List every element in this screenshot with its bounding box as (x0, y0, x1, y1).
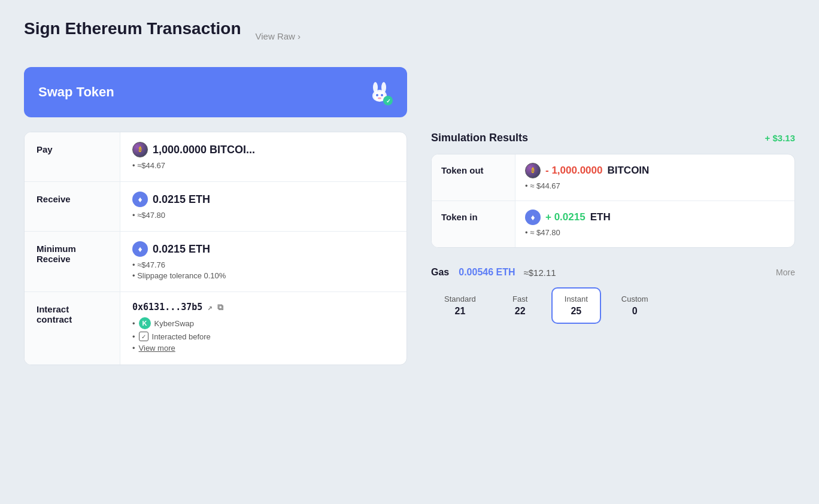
svg-point-1 (373, 82, 378, 93)
interacted-detail: • ✓ Interacted before (132, 332, 395, 341)
token-in-symbol: ETH (590, 211, 611, 223)
external-link-icon[interactable]: ↗ (207, 302, 212, 312)
gas-section: Gas 0.00546 ETH ≈$12.11 More Standard 21… (431, 267, 795, 324)
pay-amount: 1,000.0000 BITCOI... (153, 144, 255, 156)
rabbit-icon: ✓ (366, 79, 393, 105)
page-title: Sign Ethereum Transaction (24, 19, 241, 38)
interact-label: Interactcontract (25, 292, 120, 365)
copy-icon[interactable]: ⧉ (217, 302, 223, 312)
swap-banner: Swap Token ✓ (24, 67, 407, 117)
gas-option-instant[interactable]: Instant 25 (551, 287, 601, 324)
view-raw-link[interactable]: View Raw (256, 31, 301, 41)
gas-options: Standard 21 Fast 22 Instant 25 Custom 0 (431, 287, 795, 324)
min-receive-label: MinimumReceive (25, 232, 120, 292)
pay-approx: • ≈$44.67 (132, 161, 395, 170)
more-link[interactable]: More (776, 268, 795, 277)
simulation-header: Simulation Results + $3.13 (431, 132, 795, 144)
view-more-detail: • View more (132, 344, 395, 353)
token-in-amount: + 0.0215 (545, 211, 586, 223)
standard-label: Standard (444, 294, 476, 303)
bitcoin-token-icon: ₿ (132, 142, 148, 157)
min-receive-value: ♦ 0.0215 ETH • ≈$47.76 • Slippage tolera… (120, 232, 407, 292)
receive-label: Receive (25, 182, 120, 231)
instant-value: 25 (571, 306, 581, 317)
svg-text:✓: ✓ (386, 98, 391, 104)
check-icon: ✓ (139, 332, 148, 341)
gas-eth-amount: 0.00546 ETH (459, 267, 515, 278)
receive-row: Receive ♦ 0.0215 ETH • ≈$47.80 (25, 182, 407, 232)
min-receive-approx: • ≈$47.76 (132, 260, 395, 269)
receive-value: ♦ 0.0215 ETH • ≈$47.80 (120, 182, 407, 231)
transaction-table: Pay ₿ 1,000.0000 BITCOI... • ≈$44.67 Rec… (24, 132, 407, 365)
gas-option-fast[interactable]: Fast 22 (496, 287, 544, 324)
gas-option-standard[interactable]: Standard 21 (431, 287, 489, 324)
simulation-title: Simulation Results (431, 132, 528, 144)
receive-amount: 0.0215 ETH (153, 193, 210, 206)
token-in-value: ♦ + 0.0215 ETH • ≈ $47.80 (515, 201, 794, 247)
token-in-approx: • ≈ $47.80 (525, 228, 785, 237)
min-receive-row: MinimumReceive ♦ 0.0215 ETH • ≈$47.76 • … (25, 232, 407, 292)
contract-address: 0x6131...37b5 ↗ ⧉ (132, 302, 395, 312)
instant-label: Instant (565, 294, 588, 303)
view-more-link[interactable]: View more (139, 344, 175, 353)
eth-avatar-in: ♦ (525, 210, 541, 225)
interact-row: Interactcontract 0x6131...37b5 ↗ ⧉ • K K… (25, 292, 407, 365)
token-out-row: Token out ₿ - 1,000.0000 BITCOIN • ≈ $44… (432, 154, 794, 201)
swap-banner-title: Swap Token (38, 84, 114, 100)
gas-row: Gas 0.00546 ETH ≈$12.11 More (431, 267, 795, 278)
gas-label: Gas (431, 267, 449, 278)
interacted-label: Interacted before (152, 332, 211, 341)
bullet2: • (132, 332, 135, 341)
simulation-table: Token out ₿ - 1,000.0000 BITCOIN • ≈ $44… (431, 154, 795, 248)
custom-label: Custom (621, 294, 648, 303)
token-out-symbol: BITCOIN (607, 165, 649, 177)
token-out-value: ₿ - 1,000.0000 BITCOIN • ≈ $44.67 (515, 154, 794, 201)
custom-value: 0 (632, 306, 638, 317)
token-out-amount: - 1,000.0000 (545, 165, 602, 177)
interact-value: 0x6131...37b5 ↗ ⧉ • K KyberSwap • ✓ Inte… (120, 292, 407, 365)
gas-option-custom[interactable]: Custom 0 (608, 287, 662, 324)
svg-point-2 (381, 82, 386, 93)
svg-point-6 (378, 98, 381, 99)
bullet: • (132, 319, 135, 328)
fast-value: 22 (515, 306, 526, 317)
eth-token-icon-min: ♦ (132, 241, 148, 257)
token-in-label: Token in (432, 201, 515, 247)
pay-label: Pay (25, 132, 120, 181)
bitcoin-avatar-out: ₿ (525, 163, 541, 178)
pay-row: Pay ₿ 1,000.0000 BITCOI... • ≈$44.67 (25, 132, 407, 182)
receive-approx: • ≈$47.80 (132, 211, 395, 220)
fast-label: Fast (512, 294, 527, 303)
eth-token-icon-receive: ♦ (132, 192, 148, 207)
standard-value: 21 (454, 306, 465, 317)
token-out-approx: • ≈ $44.67 (525, 181, 785, 190)
slippage-tolerance: • Slippage tolerance 0.10% (132, 271, 395, 280)
left-panel: Pay ₿ 1,000.0000 BITCOI... • ≈$44.67 Rec… (24, 132, 407, 365)
svg-point-4 (376, 94, 378, 96)
protocol-name: KyberSwap (154, 319, 194, 328)
token-out-label: Token out (432, 154, 515, 201)
right-panel: Simulation Results + $3.13 Token out ₿ -… (431, 132, 795, 338)
gas-usd-amount: ≈$12.11 (524, 268, 556, 278)
pay-value: ₿ 1,000.0000 BITCOI... • ≈$44.67 (120, 132, 407, 181)
min-receive-amount: 0.0215 ETH (153, 243, 210, 256)
kyber-icon: K (139, 317, 151, 329)
simulation-net-amount: + $3.13 (765, 133, 795, 143)
token-in-row: Token in ♦ + 0.0215 ETH • ≈ $47.80 (432, 201, 794, 247)
protocol-detail: • K KyberSwap (132, 317, 395, 329)
svg-point-5 (381, 94, 383, 96)
